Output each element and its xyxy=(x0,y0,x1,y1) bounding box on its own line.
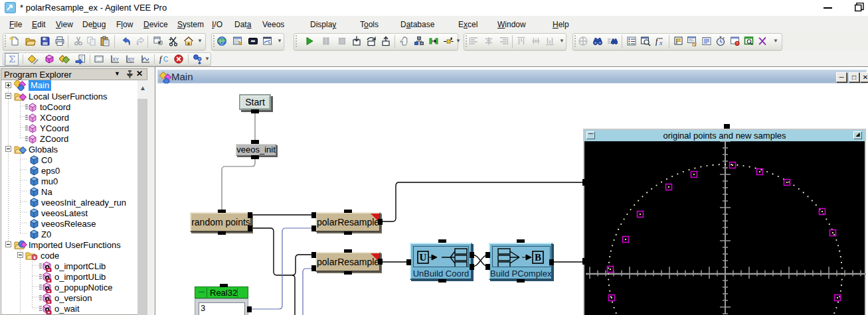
svg-text:f: f xyxy=(159,54,163,64)
svg-text:x: x xyxy=(659,39,663,46)
svg-text:C: C xyxy=(163,56,168,63)
svg-text:B: B xyxy=(535,252,541,263)
svg-text:XY: XY xyxy=(113,57,120,62)
svg-text:X|Y: X|Y xyxy=(128,57,135,62)
svg-text:f: f xyxy=(655,36,659,46)
svg-text:U: U xyxy=(420,252,427,263)
